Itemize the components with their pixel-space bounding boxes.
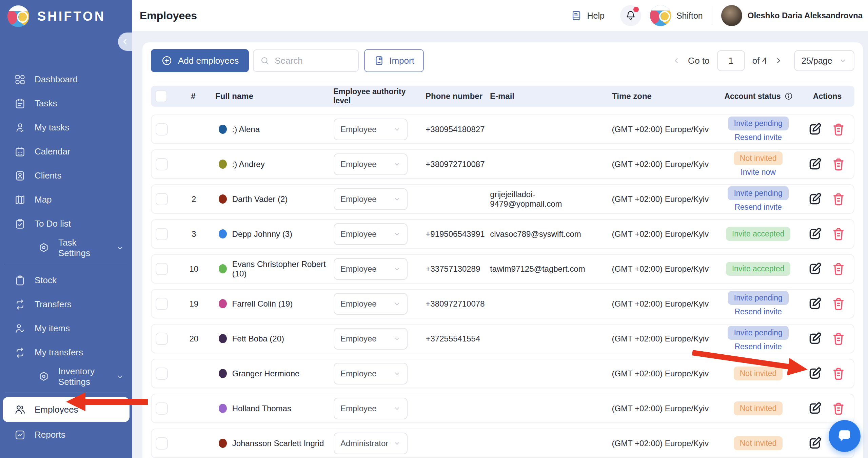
table-cell: Employee — [328, 150, 419, 178]
delete-button[interactable] — [831, 227, 846, 242]
authority-select[interactable]: Administrator — [334, 433, 408, 454]
table-cell: 19 — [172, 290, 216, 318]
authority-select[interactable]: Employee — [334, 293, 408, 315]
sidebar-item-my-items[interactable]: My items — [0, 316, 132, 340]
sidebar-item-my-transfers[interactable]: My transfers — [0, 340, 132, 365]
delete-button[interactable] — [831, 296, 846, 311]
user-avatar — [721, 5, 742, 26]
edit-button[interactable] — [807, 366, 822, 381]
sidebar-item-calendar[interactable]: Calendar — [0, 140, 132, 164]
sidebar-item-clients[interactable]: Clients — [0, 164, 132, 188]
sidebar-item-map[interactable]: Map — [0, 188, 132, 212]
user-menu[interactable]: Oleshko Daria Aleksandrovna — [721, 5, 863, 26]
table-cell: Holland Thomas — [216, 394, 328, 422]
table-cell: 3 — [172, 220, 216, 248]
chat-widget-button[interactable] — [829, 420, 861, 452]
search-box[interactable] — [253, 49, 359, 72]
authority-select[interactable]: Employee — [334, 398, 408, 419]
info-icon[interactable] — [784, 92, 793, 101]
status-action-link[interactable]: Resend invite — [734, 203, 782, 212]
table-cell — [800, 115, 854, 143]
edit-button[interactable] — [807, 192, 822, 207]
row-checkbox[interactable] — [156, 158, 168, 170]
row-checkbox[interactable] — [156, 228, 168, 240]
delete-button[interactable] — [831, 262, 846, 276]
authority-select[interactable]: Employee — [334, 258, 408, 280]
row-checkbox[interactable] — [156, 123, 168, 136]
help-button[interactable]: Help — [571, 10, 604, 21]
add-employees-button[interactable]: Add employees — [151, 49, 249, 72]
table-cell — [419, 359, 483, 388]
sidebar-item-dashboard[interactable]: Dashboard — [0, 67, 132, 91]
status-action-link[interactable]: Resend invite — [734, 342, 782, 351]
select-all-checkbox[interactable] — [155, 90, 167, 102]
sidebar-item-transfers[interactable]: Transfers — [0, 292, 132, 316]
row-checkbox[interactable] — [156, 333, 168, 345]
topbar: Employees Help Shifton Oleshko Daria Ale… — [132, 0, 868, 31]
prev-page-icon[interactable] — [672, 57, 680, 65]
sidebar-item-employees[interactable]: Employees — [3, 397, 130, 422]
row-checkbox[interactable] — [156, 368, 168, 380]
sidebar-item-stock[interactable]: Stock — [0, 268, 132, 292]
table-cell: (GMT +02:00) Europe/Kyiv — [598, 359, 716, 388]
sidebar-item-label: Map — [35, 194, 52, 205]
authority-select[interactable]: Employee — [334, 188, 408, 210]
edit-button[interactable] — [807, 262, 822, 276]
table-cell — [483, 115, 598, 143]
row-checkbox[interactable] — [156, 298, 168, 310]
authority-select[interactable]: Employee — [334, 328, 408, 350]
sidebar-item-to-do-list[interactable]: To Do list — [0, 212, 132, 236]
table-cell: Invite accepted — [717, 255, 800, 283]
sidebar-collapse-button[interactable] — [118, 33, 132, 51]
table-cell: (GMT +02:00) Europe/Kyiv — [598, 394, 716, 422]
edit-button[interactable] — [807, 436, 822, 451]
next-page-icon[interactable] — [774, 57, 783, 65]
sidebar-item-label: To Do list — [35, 218, 71, 229]
delete-button[interactable] — [831, 192, 846, 207]
edit-button[interactable] — [807, 401, 822, 416]
row-checkbox[interactable] — [156, 193, 168, 205]
employee-color-dot — [219, 160, 227, 169]
edit-button[interactable] — [807, 331, 822, 346]
row-checkbox[interactable] — [156, 263, 168, 275]
delete-button[interactable] — [831, 157, 846, 172]
delete-button[interactable] — [831, 366, 846, 381]
notifications-button[interactable] — [620, 5, 641, 26]
status-action-link[interactable]: Invite now — [741, 168, 776, 177]
table-cell: Administrator — [328, 429, 419, 457]
delete-button[interactable] — [831, 401, 846, 416]
row-checkbox[interactable] — [156, 437, 168, 450]
table-cell: Employee — [328, 220, 419, 248]
chevron-down-icon — [839, 57, 847, 65]
edit-button[interactable] — [807, 296, 822, 311]
authority-select[interactable]: Employee — [334, 119, 408, 140]
page-input[interactable] — [717, 50, 745, 71]
sidebar-item-task-settings[interactable]: Task Settings — [0, 236, 132, 260]
employee-color-dot — [219, 125, 227, 134]
authority-select[interactable]: Employee — [334, 363, 408, 384]
edit-button[interactable] — [807, 122, 822, 137]
row-checkbox[interactable] — [156, 402, 168, 415]
sidebar-item-label: My items — [35, 323, 70, 334]
delete-button[interactable] — [831, 122, 846, 137]
sidebar-item-my-tasks[interactable]: My tasks — [0, 116, 132, 140]
import-button[interactable]: Import — [364, 49, 424, 72]
search-input[interactable] — [275, 56, 352, 66]
company-menu[interactable]: Shifton — [650, 5, 703, 26]
per-page-select[interactable]: 25/page — [794, 50, 854, 71]
table-cell: (GMT +02:00) Europe/Kyiv — [598, 429, 716, 457]
authority-select[interactable]: Employee — [334, 153, 408, 175]
sidebar-item-inventory-settings[interactable]: Inventory Settings — [0, 365, 132, 389]
status-action-link[interactable]: Resend invite — [734, 307, 782, 316]
table-cell: +919506543991 — [419, 220, 483, 248]
edit-button[interactable] — [807, 157, 822, 172]
delete-button[interactable] — [831, 331, 846, 346]
sidebar-item-reports[interactable]: Reports — [0, 423, 132, 447]
table-cell: (GMT +02:00) Europe/Kyiv — [598, 325, 716, 353]
table-cell: Invite accepted — [717, 220, 800, 248]
status-badge: Not invited — [734, 151, 783, 165]
sidebar-item-tasks[interactable]: Tasks — [0, 91, 132, 116]
edit-button[interactable] — [807, 227, 822, 242]
authority-select[interactable]: Employee — [334, 223, 408, 245]
status-action-link[interactable]: Resend invite — [734, 133, 782, 142]
